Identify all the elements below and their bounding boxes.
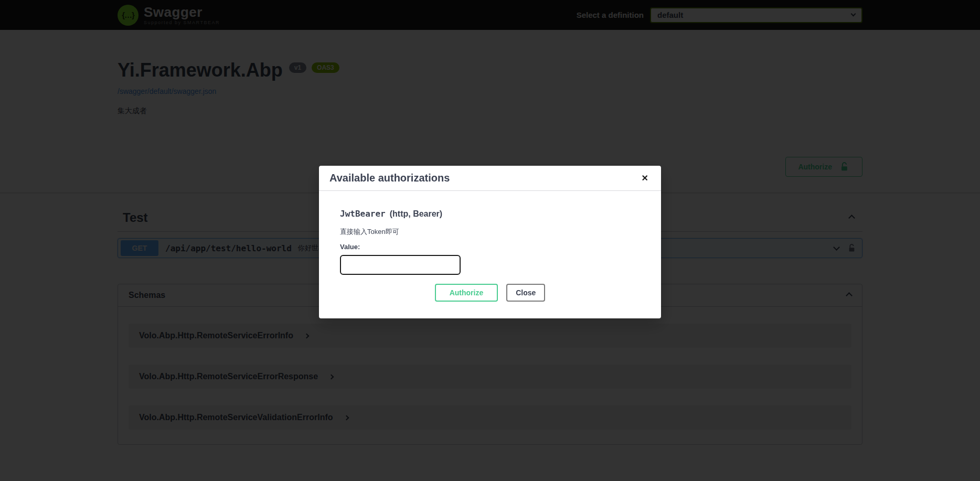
modal-title: Available authorizations (329, 172, 450, 184)
authorizations-modal: Available authorizations ✕ JwtBearer(htt… (319, 166, 661, 318)
auth-scheme-name: JwtBearer (340, 209, 386, 219)
token-value-input[interactable] (340, 255, 461, 275)
value-label: Value: (340, 243, 640, 251)
modal-close-button[interactable]: Close (506, 284, 545, 302)
modal-authorize-button[interactable]: Authorize (435, 284, 498, 302)
auth-scheme-type: (http, Bearer) (390, 209, 442, 218)
auth-scheme-description: 直接输入Token即可 (340, 227, 640, 237)
auth-scheme-heading: JwtBearer(http, Bearer) (340, 209, 640, 219)
close-icon[interactable]: ✕ (640, 172, 651, 184)
